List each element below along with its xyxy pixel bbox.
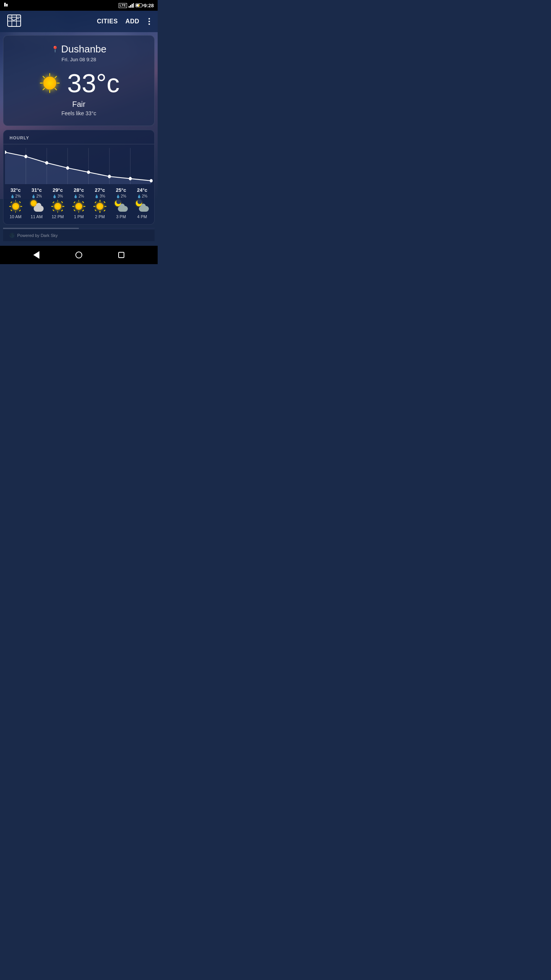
hour-temp: 28°c [74, 187, 84, 193]
hour-time: 4 PM [137, 214, 147, 219]
battery-icon: ⚡ [135, 3, 142, 7]
hourly-card: HOURLY [3, 130, 155, 225]
hour-time: 11 AM [31, 214, 42, 219]
cities-button[interactable]: CITIES [97, 18, 118, 25]
hour-temp: 27°c [95, 187, 105, 193]
hour-time: 1 PM [74, 214, 84, 219]
hour-precip: 💧2% [31, 194, 42, 198]
hour-precip: 💧2% [73, 194, 84, 198]
hour-time: 2 PM [95, 214, 105, 219]
more-menu-button[interactable] [147, 16, 152, 26]
hour-icon-sun-cloud [30, 199, 44, 213]
hourly-divider [3, 144, 154, 144]
hour-precip: 💧3% [52, 194, 63, 198]
weather-sun-icon [38, 72, 61, 95]
scroll-left-pane [3, 228, 79, 229]
svg-rect-0 [4, 3, 6, 7]
hour-icon-moon-cloud [114, 199, 128, 213]
weather-condition: Fair [10, 100, 148, 109]
signal-icon [129, 3, 134, 8]
hourly-item-1pm: 28°c 💧2% [68, 187, 89, 219]
svg-rect-1 [6, 4, 8, 7]
hourly-item-2pm: 27°c 💧3% [90, 187, 111, 219]
svg-point-14 [24, 155, 28, 158]
svg-point-20 [150, 179, 153, 183]
top-nav: CITIES ADD [0, 11, 158, 32]
home-button[interactable] [75, 252, 82, 258]
svg-rect-5 [133, 3, 134, 8]
hour-icon-sun2 [51, 199, 65, 213]
hourly-chart [3, 146, 154, 184]
hour-icon-sun3 [72, 199, 86, 213]
hourly-item-10am: 32°c 💧2% [5, 187, 26, 219]
hour-time: 12 PM [52, 214, 64, 219]
svg-point-18 [108, 175, 111, 178]
status-bar: LTE ⚡ 9:28 [0, 0, 158, 11]
svg-rect-3 [130, 5, 131, 8]
hourly-items-list: 32°c 💧2% [3, 186, 154, 220]
hour-time: 3 PM [116, 214, 126, 219]
hour-icon-sun4 [93, 199, 107, 213]
hourly-item-3pm: 25°c 💧2% 3 PM [111, 187, 132, 219]
svg-point-16 [66, 166, 69, 170]
scroll-indicator [3, 228, 155, 229]
attribution-bar: 🌑 Powered by Dark Sky [3, 230, 155, 241]
city-name-row: 📍 Dushanbe [10, 43, 148, 55]
hour-precip: 💧3% [95, 194, 105, 198]
app-logo[interactable] [6, 13, 22, 30]
hour-temp: 25°c [116, 187, 126, 193]
hourly-label: HOURLY [3, 136, 154, 140]
back-button[interactable] [33, 251, 39, 259]
weather-card: 📍 Dushanbe Fri. Jun 08 9:28 33°c [3, 35, 155, 126]
hour-icon-moon-cloud2 [135, 199, 149, 213]
location-pin-icon: 📍 [51, 46, 59, 53]
main-content: 📍 Dushanbe Fri. Jun 08 9:28 33°c [0, 32, 158, 241]
hour-precip: 💧2% [10, 194, 21, 198]
add-button[interactable]: ADD [126, 18, 139, 25]
chart-svg [5, 146, 153, 184]
svg-rect-6 [8, 15, 21, 26]
svg-rect-2 [129, 6, 130, 8]
hour-precip: 💧2% [137, 194, 147, 198]
svg-point-19 [129, 177, 132, 180]
hourly-item-11am: 31°c 💧2% 11 AM [26, 187, 47, 219]
temperature-display: 33°c [67, 70, 120, 96]
lte-label: LTE [119, 3, 127, 8]
status-time: 9:28 [144, 3, 154, 8]
hour-temp: 32°c [10, 187, 21, 193]
sun-core [43, 77, 56, 90]
hour-temp: 24°c [137, 187, 147, 193]
recents-button[interactable] [118, 252, 124, 258]
hour-precip: 💧2% [116, 194, 126, 198]
hourly-item-4pm: 24°c 💧2% 4 PM [132, 187, 153, 219]
nav-actions: CITIES ADD [97, 16, 152, 26]
hourly-item-12pm: 29°c 💧3% [47, 187, 68, 219]
feels-like: Feels like 33°c [10, 110, 148, 116]
hour-icon-sun [9, 199, 23, 213]
city-datetime: Fri. Jun 08 9:28 [10, 57, 148, 62]
system-nav-bar [0, 246, 158, 264]
temp-row: 33°c [10, 70, 148, 96]
city-name: Dushanbe [61, 43, 107, 55]
hour-temp: 31°c [31, 187, 42, 193]
hour-time: 10 AM [10, 214, 21, 219]
svg-point-17 [87, 170, 90, 174]
status-right-icons: LTE ⚡ 9:28 [119, 3, 154, 8]
hour-temp: 29°c [52, 187, 63, 193]
svg-point-15 [45, 161, 48, 165]
svg-rect-4 [132, 4, 133, 8]
attribution-text: Powered by Dark Sky [17, 233, 58, 238]
status-bar-left-icons [4, 2, 10, 9]
